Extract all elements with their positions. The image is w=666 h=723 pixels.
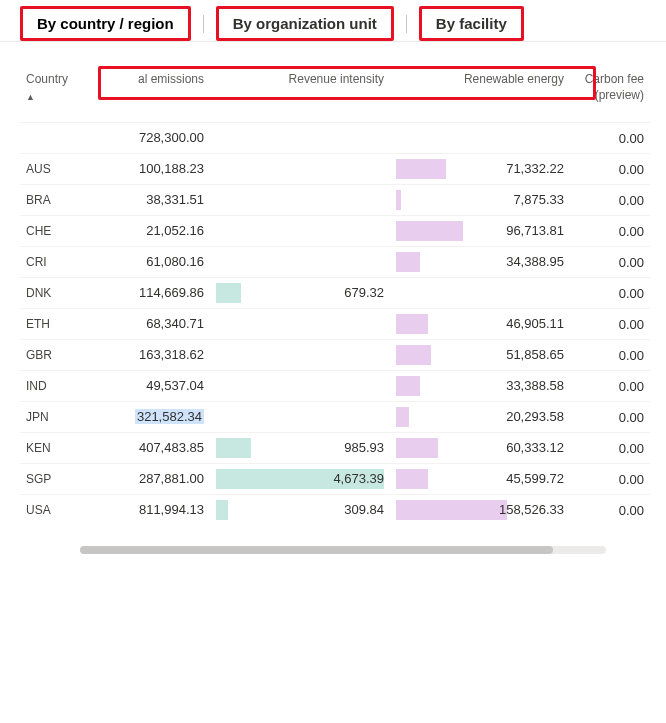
table-row[interactable]: GBR163,318.6251,858.650.00 <box>20 340 650 371</box>
cell-country: CHE <box>20 216 90 247</box>
cell-renewable-energy: 46,905.11 <box>390 309 570 340</box>
col-carbon-fee[interactable]: Carbon fee (preview) <box>570 72 650 123</box>
table-row[interactable]: JPN321,582.3420,293.580.00 <box>20 402 650 433</box>
cell-carbon-fee: 0.00 <box>570 371 650 402</box>
cell-country: GBR <box>20 340 90 371</box>
table-row[interactable]: 728,300.000.00 <box>20 123 650 154</box>
cell-revenue-intensity: 679.32 <box>210 278 390 309</box>
cell-country: JPN <box>20 402 90 433</box>
cell-renewable-energy: 45,599.72 <box>390 464 570 495</box>
cell-emissions: 100,188.23 <box>90 154 210 185</box>
cell-carbon-fee: 0.00 <box>570 247 650 278</box>
cell-emissions: 728,300.00 <box>90 123 210 154</box>
tab-organization-unit[interactable]: By organization unit <box>216 6 394 41</box>
table-row[interactable]: DNK114,669.86679.320.00 <box>20 278 650 309</box>
cell-revenue-intensity: 985.93 <box>210 433 390 464</box>
cell-carbon-fee: 0.00 <box>570 278 650 309</box>
cell-revenue-intensity <box>210 216 390 247</box>
cell-renewable-energy: 158,526.33 <box>390 495 570 526</box>
cell-country: KEN <box>20 433 90 464</box>
table-row[interactable]: ETH68,340.7146,905.110.00 <box>20 309 650 340</box>
cell-revenue-intensity <box>210 154 390 185</box>
cell-renewable-energy: 96,713.81 <box>390 216 570 247</box>
cell-country: BRA <box>20 185 90 216</box>
cell-carbon-fee: 0.00 <box>570 216 650 247</box>
tab-facility[interactable]: By facility <box>419 6 524 41</box>
cell-revenue-intensity <box>210 123 390 154</box>
emissions-table: Country ▲ al emissions Revenue intensity… <box>20 72 650 526</box>
tab-separator <box>203 15 204 33</box>
cell-country: ETH <box>20 309 90 340</box>
cell-country: SGP <box>20 464 90 495</box>
scrollbar-thumb[interactable] <box>80 546 553 554</box>
cell-emissions: 407,483.85 <box>90 433 210 464</box>
cell-carbon-fee: 0.00 <box>570 402 650 433</box>
cell-carbon-fee: 0.00 <box>570 185 650 216</box>
col-country[interactable]: Country ▲ <box>20 72 90 123</box>
cell-revenue-intensity <box>210 309 390 340</box>
cell-revenue-intensity <box>210 340 390 371</box>
cell-revenue-intensity <box>210 402 390 433</box>
cell-emissions: 114,669.86 <box>90 278 210 309</box>
cell-renewable-energy: 60,333.12 <box>390 433 570 464</box>
cell-carbon-fee: 0.00 <box>570 154 650 185</box>
table-row[interactable]: BRA38,331.517,875.330.00 <box>20 185 650 216</box>
tab-separator <box>406 15 407 33</box>
table-row[interactable]: USA811,994.13309.84158,526.330.00 <box>20 495 650 526</box>
cell-country: CRI <box>20 247 90 278</box>
cell-renewable-energy: 33,388.58 <box>390 371 570 402</box>
col-emissions[interactable]: al emissions <box>90 72 210 123</box>
cell-emissions: 38,331.51 <box>90 185 210 216</box>
col-country-label: Country <box>26 72 68 86</box>
horizontal-scrollbar[interactable] <box>80 546 606 554</box>
cell-country: USA <box>20 495 90 526</box>
cell-carbon-fee: 0.00 <box>570 123 650 154</box>
table-row[interactable]: SGP287,881.004,673.3945,599.720.00 <box>20 464 650 495</box>
table-row[interactable]: IND49,537.0433,388.580.00 <box>20 371 650 402</box>
cell-emissions: 49,537.04 <box>90 371 210 402</box>
cell-carbon-fee: 0.00 <box>570 340 650 371</box>
cell-renewable-energy <box>390 123 570 154</box>
cell-emissions: 811,994.13 <box>90 495 210 526</box>
cell-renewable-energy: 20,293.58 <box>390 402 570 433</box>
sort-asc-icon: ▲ <box>26 92 35 104</box>
col-revenue-intensity[interactable]: Revenue intensity <box>210 72 390 123</box>
table-row[interactable]: CHE21,052.1696,713.810.00 <box>20 216 650 247</box>
col-renewable-energy[interactable]: Renewable energy <box>390 72 570 123</box>
table-row[interactable]: CRI61,080.1634,388.950.00 <box>20 247 650 278</box>
cell-country: DNK <box>20 278 90 309</box>
tab-bar: By country / region By organization unit… <box>0 0 666 42</box>
table-row[interactable]: AUS100,188.2371,332.220.00 <box>20 154 650 185</box>
cell-carbon-fee: 0.00 <box>570 433 650 464</box>
cell-emissions: 321,582.34 <box>90 402 210 433</box>
cell-revenue-intensity <box>210 247 390 278</box>
cell-carbon-fee: 0.00 <box>570 495 650 526</box>
cell-revenue-intensity <box>210 185 390 216</box>
data-table-container: Country ▲ al emissions Revenue intensity… <box>0 42 666 574</box>
cell-country: AUS <box>20 154 90 185</box>
cell-carbon-fee: 0.00 <box>570 464 650 495</box>
cell-country <box>20 123 90 154</box>
cell-renewable-energy: 34,388.95 <box>390 247 570 278</box>
cell-revenue-intensity <box>210 371 390 402</box>
cell-emissions: 61,080.16 <box>90 247 210 278</box>
cell-renewable-energy: 51,858.65 <box>390 340 570 371</box>
cell-revenue-intensity: 309.84 <box>210 495 390 526</box>
tab-country-region[interactable]: By country / region <box>20 6 191 41</box>
cell-emissions: 163,318.62 <box>90 340 210 371</box>
cell-emissions: 287,881.00 <box>90 464 210 495</box>
cell-emissions: 68,340.71 <box>90 309 210 340</box>
cell-carbon-fee: 0.00 <box>570 309 650 340</box>
cell-renewable-energy <box>390 278 570 309</box>
cell-emissions: 21,052.16 <box>90 216 210 247</box>
cell-renewable-energy: 7,875.33 <box>390 185 570 216</box>
cell-renewable-energy: 71,332.22 <box>390 154 570 185</box>
cell-revenue-intensity: 4,673.39 <box>210 464 390 495</box>
cell-country: IND <box>20 371 90 402</box>
table-row[interactable]: KEN407,483.85985.9360,333.120.00 <box>20 433 650 464</box>
